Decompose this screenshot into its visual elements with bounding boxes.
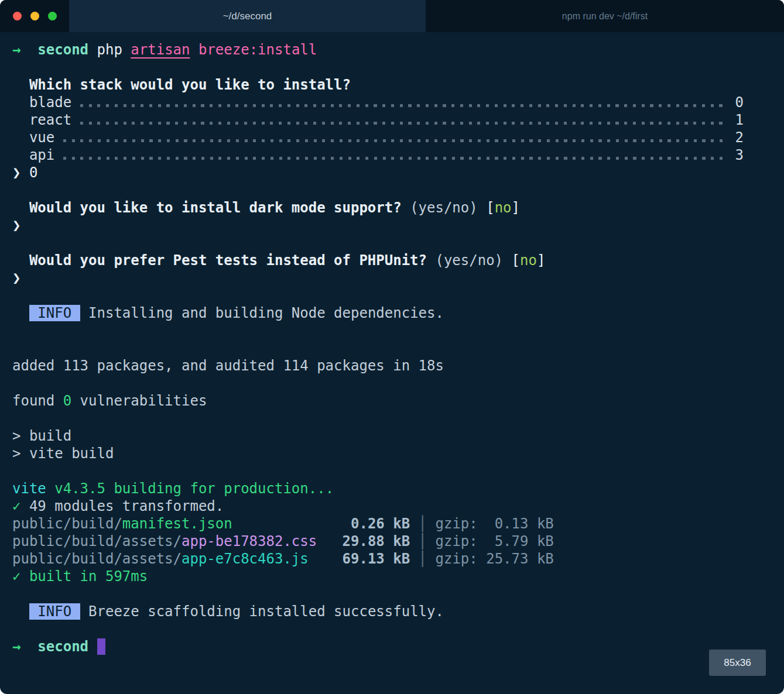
text-segment: [427, 516, 435, 532]
build-artifact: public/build/manifest.json 0.26 kB │ gzi…: [12, 515, 784, 532]
text-segment: [46, 480, 54, 497]
answer-line: ❯: [12, 217, 784, 234]
info-line: INFO Breeze scaffolding installed succes…: [12, 603, 784, 620]
artifact-gzip: gzip: 25.73 kB: [435, 551, 553, 567]
artifact-file: manifest.json: [122, 516, 232, 532]
terminal-line: [12, 59, 784, 76]
text-segment: [478, 200, 486, 216]
check-icon: ✓: [12, 498, 20, 514]
text-segment: [410, 551, 418, 567]
terminal-line: [12, 181, 784, 199]
terminal-line: [12, 375, 784, 392]
text-segment: [: [512, 252, 520, 269]
vite-version: v4.3.5: [54, 480, 105, 497]
text-segment: > vite build: [12, 445, 114, 462]
info-text: Installing and building Node dependencie…: [88, 305, 444, 321]
script-line: > build: [12, 427, 784, 445]
tab-inactive[interactable]: npm run dev ~/d/first: [426, 0, 784, 32]
artifact-path: public/build/assets/: [12, 551, 182, 567]
text-segment: [232, 516, 351, 532]
text-segment: [427, 551, 435, 567]
select-option: blade 0: [12, 94, 744, 111]
prompt-line: → second: [12, 638, 784, 655]
text-segment: [122, 42, 131, 58]
prompt-arrow: →: [12, 42, 20, 58]
info-badge: INFO: [29, 603, 80, 620]
answer-chevron: ❯: [12, 270, 20, 286]
dotted-leader: [63, 146, 727, 164]
tab-title: ~/d/second: [223, 11, 272, 22]
prompt-dir: second: [37, 42, 88, 58]
dotted-leader: [80, 94, 727, 111]
text-segment: [88, 638, 97, 655]
text-segment: │: [419, 516, 427, 532]
close-button[interactable]: [13, 12, 22, 20]
info-badge: INFO: [29, 305, 80, 321]
command: php: [97, 42, 122, 58]
answer-chevron: ❯: [12, 217, 20, 233]
text-segment: building for production...: [114, 480, 334, 497]
vite-transform: ✓ 49 modules transformed.: [12, 497, 784, 515]
text-segment: [20, 638, 37, 655]
info-text: Breeze scaffolding installed successfull…: [88, 603, 444, 620]
info-line: INFO Installing and building Node depend…: [12, 304, 784, 322]
text-segment: [105, 480, 114, 497]
terminal-line: [12, 322, 784, 339]
traffic-lights: [0, 0, 69, 32]
select-option: react 1: [12, 111, 744, 129]
build-artifact: public/build/assets/app-e7c8c463.js 69.1…: [12, 550, 784, 568]
text-segment: added 113 packages, and audited 114 pack…: [12, 358, 444, 374]
terminal-line: [12, 410, 784, 427]
text-segment: ]: [537, 252, 545, 269]
question-line: Would you prefer Pest tests instead of P…: [12, 252, 784, 269]
command-arg: artisan: [131, 42, 190, 58]
artifact-size: 0.26 kB: [351, 516, 410, 532]
artifact-gzip: gzip: 0.13 kB: [436, 516, 554, 532]
text-segment: [427, 252, 435, 269]
minimize-button[interactable]: [30, 12, 39, 20]
text-segment: [: [486, 200, 494, 216]
artifact-size: 69.13 kB: [343, 551, 410, 567]
artifact-path: public/build/assets/: [12, 533, 182, 549]
prompt-line: → second php artisan breeze:install: [12, 41, 784, 59]
prompt-arrow: →: [12, 638, 20, 655]
text-segment: 49 modules transformed.: [20, 498, 224, 514]
terminal-size-indicator: 85x36: [709, 650, 766, 676]
tab-title: npm run dev ~/d/first: [562, 11, 648, 22]
question-text: Would you like to install dark mode supp…: [12, 200, 402, 216]
text-segment: [190, 42, 198, 58]
option-label: blade: [12, 94, 80, 111]
vulnerability-count: 0: [63, 393, 71, 409]
default-answer: no: [520, 252, 537, 269]
text-segment: [80, 603, 88, 620]
question-text: Would you prefer Pest tests instead of P…: [12, 252, 427, 269]
script-line: > vite build: [12, 445, 784, 462]
artifact-file: app-e7c8c463.js: [182, 551, 309, 567]
prompt-dir: second: [37, 638, 88, 655]
question-line: Which stack would you like to install?: [12, 76, 784, 94]
artifact-path: public/build/: [12, 516, 122, 532]
dotted-leader: [80, 111, 727, 129]
text-segment: [80, 305, 88, 321]
terminal-window: ~/d/second npm run dev ~/d/first → secon…: [0, 0, 784, 694]
command-arg: breeze:install: [198, 42, 317, 58]
option-value: 3: [735, 146, 744, 164]
text-segment: │: [419, 533, 427, 549]
text-segment: [20, 164, 29, 181]
tab-active[interactable]: ~/d/second: [69, 0, 426, 32]
build-artifact: public/build/assets/app-be178382.css 29.…: [12, 532, 784, 550]
tab-bar: ~/d/second npm run dev ~/d/first: [0, 0, 784, 32]
option-value: 0: [735, 94, 744, 111]
terminal-output[interactable]: → second php artisan breeze:install Whic…: [0, 32, 784, 655]
zoom-button[interactable]: [48, 12, 57, 20]
terminal-line: [12, 462, 784, 480]
terminal-line: [12, 339, 784, 357]
option-value: 2: [735, 129, 744, 146]
option-label: api: [12, 146, 63, 164]
text-segment: │: [419, 551, 427, 567]
text-segment: [410, 516, 418, 532]
select-option: vue 2: [12, 129, 744, 146]
terminal-line: [12, 620, 784, 638]
dotted-leader: [63, 129, 727, 146]
answer-chevron: ❯: [12, 164, 20, 181]
